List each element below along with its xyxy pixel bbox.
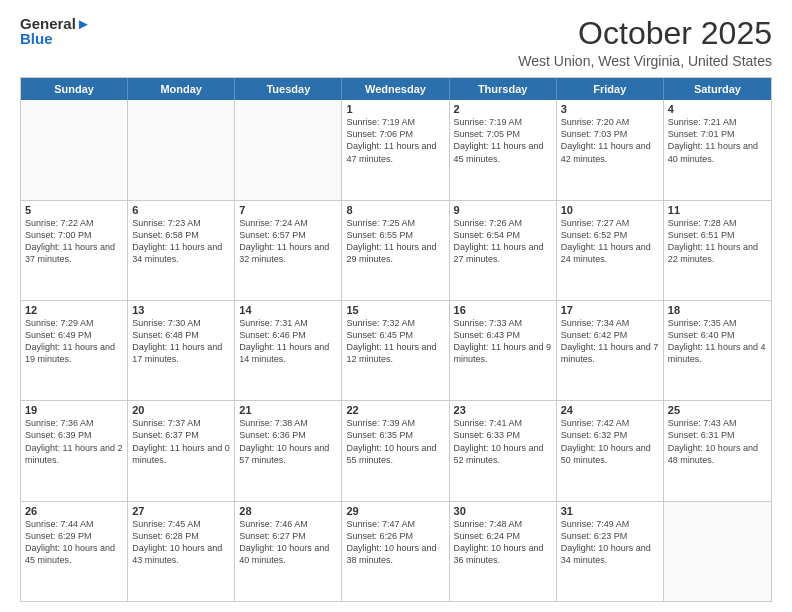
day-detail: Sunrise: 7:39 AMSunset: 6:35 PMDaylight:… — [346, 417, 444, 466]
cal-cell-0-2 — [235, 100, 342, 199]
day-detail: Sunrise: 7:21 AMSunset: 7:01 PMDaylight:… — [668, 116, 767, 165]
cal-cell-1-1: 6 Sunrise: 7:23 AMSunset: 6:58 PMDayligh… — [128, 201, 235, 300]
cal-cell-0-4: 2 Sunrise: 7:19 AMSunset: 7:05 PMDayligh… — [450, 100, 557, 199]
day-number: 27 — [132, 505, 230, 517]
cal-cell-2-2: 14 Sunrise: 7:31 AMSunset: 6:46 PMDaylig… — [235, 301, 342, 400]
day-detail: Sunrise: 7:35 AMSunset: 6:40 PMDaylight:… — [668, 317, 767, 366]
header-saturday: Saturday — [664, 78, 771, 100]
day-detail: Sunrise: 7:19 AMSunset: 7:05 PMDaylight:… — [454, 116, 552, 165]
day-detail: Sunrise: 7:31 AMSunset: 6:46 PMDaylight:… — [239, 317, 337, 366]
cal-row-4: 26 Sunrise: 7:44 AMSunset: 6:29 PMDaylig… — [21, 502, 771, 601]
day-number: 17 — [561, 304, 659, 316]
day-number: 3 — [561, 103, 659, 115]
day-detail: Sunrise: 7:48 AMSunset: 6:24 PMDaylight:… — [454, 518, 552, 567]
day-number: 8 — [346, 204, 444, 216]
day-number: 31 — [561, 505, 659, 517]
day-number: 24 — [561, 404, 659, 416]
day-detail: Sunrise: 7:32 AMSunset: 6:45 PMDaylight:… — [346, 317, 444, 366]
day-detail: Sunrise: 7:28 AMSunset: 6:51 PMDaylight:… — [668, 217, 767, 266]
page: General► Blue October 2025 West Union, W… — [0, 0, 792, 612]
day-detail: Sunrise: 7:34 AMSunset: 6:42 PMDaylight:… — [561, 317, 659, 366]
day-number: 5 — [25, 204, 123, 216]
day-number: 19 — [25, 404, 123, 416]
day-number: 7 — [239, 204, 337, 216]
day-number: 15 — [346, 304, 444, 316]
cal-cell-4-3: 29 Sunrise: 7:47 AMSunset: 6:26 PMDaylig… — [342, 502, 449, 601]
header-sunday: Sunday — [21, 78, 128, 100]
day-detail: Sunrise: 7:47 AMSunset: 6:26 PMDaylight:… — [346, 518, 444, 567]
day-number: 20 — [132, 404, 230, 416]
day-detail: Sunrise: 7:42 AMSunset: 6:32 PMDaylight:… — [561, 417, 659, 466]
cal-cell-1-3: 8 Sunrise: 7:25 AMSunset: 6:55 PMDayligh… — [342, 201, 449, 300]
day-detail: Sunrise: 7:46 AMSunset: 6:27 PMDaylight:… — [239, 518, 337, 567]
cal-cell-1-2: 7 Sunrise: 7:24 AMSunset: 6:57 PMDayligh… — [235, 201, 342, 300]
cal-cell-0-5: 3 Sunrise: 7:20 AMSunset: 7:03 PMDayligh… — [557, 100, 664, 199]
cal-cell-2-5: 17 Sunrise: 7:34 AMSunset: 6:42 PMDaylig… — [557, 301, 664, 400]
day-number: 14 — [239, 304, 337, 316]
day-detail: Sunrise: 7:36 AMSunset: 6:39 PMDaylight:… — [25, 417, 123, 466]
day-number: 28 — [239, 505, 337, 517]
cal-cell-3-0: 19 Sunrise: 7:36 AMSunset: 6:39 PMDaylig… — [21, 401, 128, 500]
day-number: 16 — [454, 304, 552, 316]
cal-cell-3-6: 25 Sunrise: 7:43 AMSunset: 6:31 PMDaylig… — [664, 401, 771, 500]
day-detail: Sunrise: 7:25 AMSunset: 6:55 PMDaylight:… — [346, 217, 444, 266]
day-number: 12 — [25, 304, 123, 316]
cal-cell-2-3: 15 Sunrise: 7:32 AMSunset: 6:45 PMDaylig… — [342, 301, 449, 400]
cal-cell-0-0 — [21, 100, 128, 199]
cal-cell-2-1: 13 Sunrise: 7:30 AMSunset: 6:48 PMDaylig… — [128, 301, 235, 400]
day-number: 29 — [346, 505, 444, 517]
day-detail: Sunrise: 7:22 AMSunset: 7:00 PMDaylight:… — [25, 217, 123, 266]
day-detail: Sunrise: 7:49 AMSunset: 6:23 PMDaylight:… — [561, 518, 659, 567]
day-detail: Sunrise: 7:29 AMSunset: 6:49 PMDaylight:… — [25, 317, 123, 366]
cal-row-0: 1 Sunrise: 7:19 AMSunset: 7:06 PMDayligh… — [21, 100, 771, 200]
cal-cell-4-4: 30 Sunrise: 7:48 AMSunset: 6:24 PMDaylig… — [450, 502, 557, 601]
day-number: 4 — [668, 103, 767, 115]
day-detail: Sunrise: 7:24 AMSunset: 6:57 PMDaylight:… — [239, 217, 337, 266]
header-monday: Monday — [128, 78, 235, 100]
header-thursday: Thursday — [450, 78, 557, 100]
cal-row-2: 12 Sunrise: 7:29 AMSunset: 6:49 PMDaylig… — [21, 301, 771, 401]
day-number: 2 — [454, 103, 552, 115]
cal-cell-4-0: 26 Sunrise: 7:44 AMSunset: 6:29 PMDaylig… — [21, 502, 128, 601]
cal-cell-2-4: 16 Sunrise: 7:33 AMSunset: 6:43 PMDaylig… — [450, 301, 557, 400]
header: General► Blue October 2025 West Union, W… — [20, 16, 772, 69]
day-detail: Sunrise: 7:27 AMSunset: 6:52 PMDaylight:… — [561, 217, 659, 266]
day-number: 22 — [346, 404, 444, 416]
day-number: 6 — [132, 204, 230, 216]
day-detail: Sunrise: 7:41 AMSunset: 6:33 PMDaylight:… — [454, 417, 552, 466]
header-wednesday: Wednesday — [342, 78, 449, 100]
header-friday: Friday — [557, 78, 664, 100]
cal-cell-3-2: 21 Sunrise: 7:38 AMSunset: 6:36 PMDaylig… — [235, 401, 342, 500]
cal-cell-4-2: 28 Sunrise: 7:46 AMSunset: 6:27 PMDaylig… — [235, 502, 342, 601]
cal-cell-0-1 — [128, 100, 235, 199]
day-detail: Sunrise: 7:23 AMSunset: 6:58 PMDaylight:… — [132, 217, 230, 266]
day-number: 10 — [561, 204, 659, 216]
day-detail: Sunrise: 7:43 AMSunset: 6:31 PMDaylight:… — [668, 417, 767, 466]
cal-cell-3-1: 20 Sunrise: 7:37 AMSunset: 6:37 PMDaylig… — [128, 401, 235, 500]
day-detail: Sunrise: 7:20 AMSunset: 7:03 PMDaylight:… — [561, 116, 659, 165]
calendar: Sunday Monday Tuesday Wednesday Thursday… — [20, 77, 772, 602]
day-detail: Sunrise: 7:44 AMSunset: 6:29 PMDaylight:… — [25, 518, 123, 567]
day-number: 1 — [346, 103, 444, 115]
cal-cell-1-0: 5 Sunrise: 7:22 AMSunset: 7:00 PMDayligh… — [21, 201, 128, 300]
day-number: 23 — [454, 404, 552, 416]
cal-cell-0-6: 4 Sunrise: 7:21 AMSunset: 7:01 PMDayligh… — [664, 100, 771, 199]
cal-cell-3-3: 22 Sunrise: 7:39 AMSunset: 6:35 PMDaylig… — [342, 401, 449, 500]
cal-row-3: 19 Sunrise: 7:36 AMSunset: 6:39 PMDaylig… — [21, 401, 771, 501]
cal-cell-4-6 — [664, 502, 771, 601]
day-detail: Sunrise: 7:19 AMSunset: 7:06 PMDaylight:… — [346, 116, 444, 165]
cal-cell-4-5: 31 Sunrise: 7:49 AMSunset: 6:23 PMDaylig… — [557, 502, 664, 601]
month-title: October 2025 — [518, 16, 772, 51]
header-tuesday: Tuesday — [235, 78, 342, 100]
day-detail: Sunrise: 7:26 AMSunset: 6:54 PMDaylight:… — [454, 217, 552, 266]
day-detail: Sunrise: 7:33 AMSunset: 6:43 PMDaylight:… — [454, 317, 552, 366]
cal-cell-2-6: 18 Sunrise: 7:35 AMSunset: 6:40 PMDaylig… — [664, 301, 771, 400]
cal-row-1: 5 Sunrise: 7:22 AMSunset: 7:00 PMDayligh… — [21, 201, 771, 301]
calendar-body: 1 Sunrise: 7:19 AMSunset: 7:06 PMDayligh… — [21, 100, 771, 601]
day-number: 21 — [239, 404, 337, 416]
day-detail: Sunrise: 7:45 AMSunset: 6:28 PMDaylight:… — [132, 518, 230, 567]
logo: General► Blue — [20, 16, 91, 46]
day-detail: Sunrise: 7:38 AMSunset: 6:36 PMDaylight:… — [239, 417, 337, 466]
day-detail: Sunrise: 7:37 AMSunset: 6:37 PMDaylight:… — [132, 417, 230, 466]
cal-cell-3-5: 24 Sunrise: 7:42 AMSunset: 6:32 PMDaylig… — [557, 401, 664, 500]
